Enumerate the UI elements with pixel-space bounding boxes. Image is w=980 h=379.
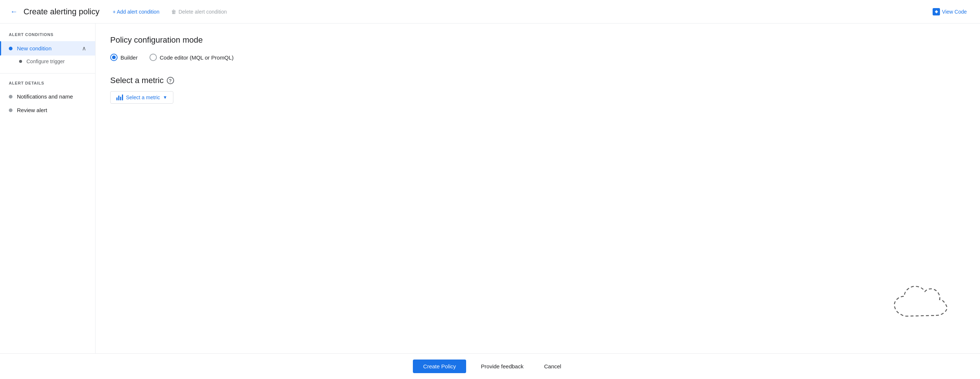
alert-details-section: ALERT DETAILS Notifications and name Rev…	[0, 79, 95, 117]
code-editor-radio-circle	[150, 54, 157, 61]
view-code-label: View Code	[942, 9, 967, 15]
view-code-button[interactable]: ◈ View Code	[928, 5, 971, 18]
notifications-label: Notifications and name	[17, 93, 86, 100]
trash-icon: 🗑	[171, 9, 176, 15]
sidebar-item-review-alert[interactable]: Review alert	[0, 103, 95, 117]
top-bar-right: ◈ View Code	[928, 5, 971, 18]
select-metric-heading-text: Select a metric	[110, 76, 164, 85]
review-dot-icon	[9, 109, 13, 112]
sub-dot-icon	[19, 60, 22, 63]
help-icon[interactable]: ?	[167, 77, 174, 84]
notifications-dot-icon	[9, 95, 13, 99]
sidebar-item-configure-trigger[interactable]: Configure trigger	[0, 56, 95, 67]
chevron-down-icon: ▼	[163, 95, 167, 100]
policy-mode-heading: Policy configuration mode	[110, 35, 965, 45]
alert-conditions-heading: ALERT CONDITIONS	[0, 32, 95, 41]
provide-feedback-button[interactable]: Provide feedback	[475, 360, 529, 373]
select-metric-heading: Select a metric ?	[110, 76, 965, 85]
view-code-icon: ◈	[932, 8, 940, 16]
sidebar-item-notifications[interactable]: Notifications and name	[0, 90, 95, 103]
sidebar-divider	[0, 73, 95, 74]
top-bar-left: ← Create alerting policy	[9, 6, 100, 17]
alert-details-heading: ALERT DETAILS	[0, 81, 95, 90]
back-button[interactable]: ←	[9, 6, 19, 17]
select-metric-section: Select a metric ? Select a metric ▼	[110, 76, 965, 104]
select-metric-btn-label: Select a metric	[126, 94, 160, 100]
review-alert-label: Review alert	[17, 107, 86, 113]
new-condition-label: New condition	[17, 45, 78, 51]
create-policy-button[interactable]: Create Policy	[413, 360, 466, 373]
top-bar-actions: + Add alert condition 🗑 Delete alert con…	[108, 6, 920, 18]
main-layout: ALERT CONDITIONS New condition ∧ Configu…	[0, 24, 980, 353]
code-editor-radio-label: Code editor (MQL or PromQL)	[160, 54, 234, 61]
builder-radio-option[interactable]: Builder	[110, 54, 138, 61]
configure-trigger-label: Configure trigger	[27, 58, 65, 64]
add-icon: + Add alert condition	[113, 9, 159, 15]
delete-alert-condition-button[interactable]: 🗑 Delete alert condition	[167, 6, 231, 18]
main-content: Policy configuration mode Builder Code e…	[95, 24, 980, 353]
select-metric-button[interactable]: Select a metric ▼	[110, 91, 173, 104]
builder-radio-circle	[110, 54, 118, 61]
sidebar-item-new-condition[interactable]: New condition ∧	[0, 41, 95, 56]
delete-condition-label: Delete alert condition	[178, 9, 227, 15]
metric-bar-chart-icon	[116, 94, 123, 100]
sidebar: ALERT CONDITIONS New condition ∧ Configu…	[0, 24, 95, 353]
page-title: Create alerting policy	[24, 7, 100, 16]
chevron-up-icon: ∧	[82, 45, 86, 52]
cloud-illustration	[877, 275, 951, 324]
active-dot-icon	[9, 47, 13, 50]
radio-group: Builder Code editor (MQL or PromQL)	[110, 54, 965, 61]
bottom-bar: Create Policy Provide feedback Cancel	[0, 353, 980, 379]
add-alert-condition-button[interactable]: + Add alert condition	[108, 6, 164, 18]
top-bar: ← Create alerting policy + Add alert con…	[0, 0, 980, 24]
code-editor-radio-option[interactable]: Code editor (MQL or PromQL)	[150, 54, 234, 61]
cancel-button[interactable]: Cancel	[538, 360, 567, 373]
policy-mode-section: Policy configuration mode Builder Code e…	[110, 35, 965, 61]
builder-radio-label: Builder	[121, 54, 138, 61]
